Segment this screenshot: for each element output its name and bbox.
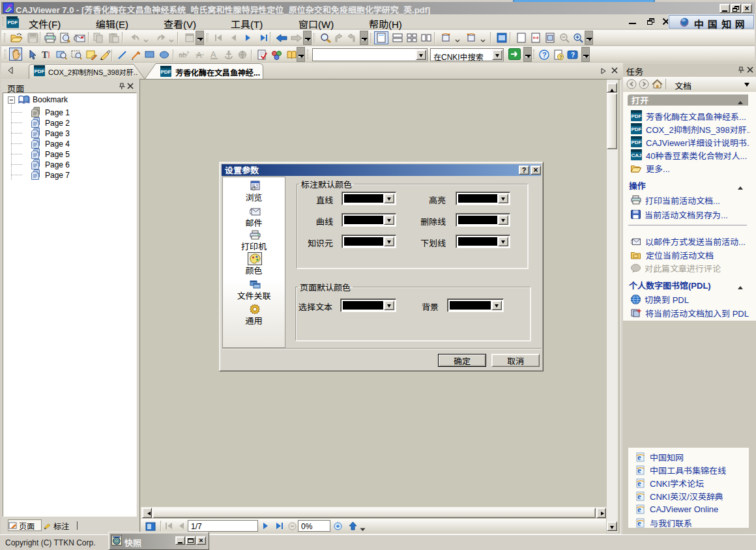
svg-text:?: ?: [542, 51, 547, 59]
svg-text:e: e: [637, 452, 641, 461]
svg-text:A: A: [211, 50, 216, 59]
svg-text:e: e: [637, 478, 641, 487]
svg-text:?: ?: [571, 51, 575, 59]
svg-text:e: e: [637, 492, 641, 501]
svg-text:e: e: [637, 518, 641, 527]
svg-text:e: e: [637, 505, 641, 514]
svg-text:e: e: [637, 465, 641, 474]
svg-text:T: T: [42, 50, 48, 60]
svg-text:?: ?: [559, 54, 562, 60]
